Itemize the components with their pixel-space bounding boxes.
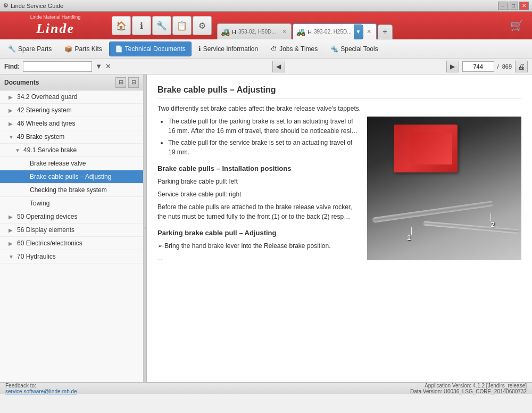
- sidebar-title: Documents: [4, 79, 39, 86]
- service-brake-label: 49.1 Service brake: [23, 146, 77, 154]
- next-page-button[interactable]: ▶: [446, 61, 459, 72]
- document-image: 1 2: [367, 117, 521, 260]
- towing-label: Towing: [30, 200, 49, 207]
- tree-item-electrics[interactable]: ▶ 60 Electrics/electronics: [0, 237, 143, 250]
- service-info-label: Service Information: [203, 45, 258, 53]
- close-button[interactable]: ✕: [519, 2, 529, 10]
- image-label-2: 2: [491, 220, 495, 228]
- special-tools-label: Special Tools: [340, 45, 378, 53]
- sidebar-collapse-icon[interactable]: ⊟: [128, 77, 139, 88]
- title-bar: ⚙ Linde Service Guide – □ ✕: [0, 0, 532, 12]
- print-button[interactable]: 🖨: [515, 61, 528, 72]
- sidebar-expand-icon[interactable]: ⊞: [115, 77, 126, 88]
- prev-page-button[interactable]: ◀: [272, 61, 285, 72]
- clear-filter-icon[interactable]: ✕: [105, 62, 111, 70]
- electrics-label: 60 Electrics/electronics: [17, 239, 82, 247]
- checking-arrow: [21, 187, 28, 193]
- docs-nav-button[interactable]: 📋: [172, 16, 192, 35]
- service-brake-arrow: ▼: [15, 147, 21, 153]
- operating-arrow: ▶: [9, 214, 15, 220]
- tab-1-details: 353-02, H50D...: [238, 29, 276, 35]
- logo-area: Linde Material Handling Linde: [2, 12, 109, 39]
- steering-arrow: ▶: [9, 108, 15, 113]
- tree-item-brake[interactable]: ▼ 49 Brake system: [0, 130, 143, 144]
- tab-2-model: H: [307, 29, 312, 35]
- feedback-label: Feedback to:: [5, 383, 77, 389]
- sidebar: Documents ⊞ ⊟ ▶ 34.2 Overhead guard ▶ 42…: [0, 75, 144, 382]
- display-label: 56 Display elements: [17, 226, 74, 234]
- tab-1[interactable]: 🚜 H 353-02, H50D... ✕: [217, 23, 292, 39]
- cable-pulls-label: Brake cable pulls – Adjusting: [30, 173, 111, 180]
- app-icon: ⚙: [3, 2, 9, 9]
- release-valve-label: Brake release valve: [30, 160, 86, 167]
- spare-parts-button[interactable]: 🔧 Spare Parts: [2, 42, 57, 56]
- brake-arrow: ▼: [9, 134, 15, 140]
- sidebar-tree: ▶ 34.2 Overhead guard ▶ 42 Steering syst…: [0, 90, 143, 382]
- special-tools-button[interactable]: 🔩 Special Tools: [325, 42, 384, 56]
- parts-kits-button[interactable]: 📦 Parts Kits: [59, 42, 107, 56]
- tree-item-overhead[interactable]: ▶ 34.2 Overhead guard: [0, 90, 143, 104]
- data-version-text: Data Version: U0036_LSG_CORE_20140600732: [410, 389, 527, 394]
- overhead-label: 34.2 Overhead guard: [17, 93, 77, 101]
- release-valve-arrow: [21, 161, 28, 167]
- tab-dropdown[interactable]: ▼: [354, 24, 363, 39]
- tree-item-checking[interactable]: Checking the brake system: [0, 184, 143, 197]
- maximize-button[interactable]: □: [509, 2, 518, 10]
- find-label: Find:: [4, 63, 20, 70]
- technical-docs-button[interactable]: 📄 Technical Documents: [109, 42, 192, 56]
- tools-nav-button[interactable]: 🔧: [152, 16, 171, 35]
- tree-item-display[interactable]: ▶ 56 Display elements: [0, 224, 143, 237]
- cable-pulls-arrow: [21, 174, 28, 180]
- version-section: Application Version: 4.1.2 [Jendirs_rele…: [410, 383, 527, 394]
- hydraulics-label: 70 Hydraulics: [17, 253, 56, 260]
- info-nav-button[interactable]: ℹ: [132, 16, 151, 35]
- main-nav: 🔧 Spare Parts 📦 Parts Kits 📄 Technical D…: [0, 39, 532, 59]
- find-bar: Find: ▼ ✕ ◀ ▶ / 869 🖨: [0, 59, 532, 75]
- document-title: Brake cable pulls – Adjusting: [157, 85, 521, 98]
- tab-1-icon: 🚜: [221, 28, 230, 36]
- tree-item-hydraulics[interactable]: ▼ 70 Hydraulics: [0, 250, 143, 263]
- app-version-value: 4.1.2 [Jendirs_release]: [473, 383, 527, 389]
- tree-item-release-valve[interactable]: Brake release valve: [0, 157, 143, 170]
- tree-item-service-brake[interactable]: ▼ 49.1 Service brake: [0, 144, 143, 157]
- browser-toolbar: Linde Material Handling Linde 🏠 ℹ 🔧 📋 ⚙ …: [0, 12, 532, 39]
- spare-parts-icon: 🔧: [8, 45, 16, 53]
- filter-icon[interactable]: ▼: [95, 62, 102, 70]
- tab-2[interactable]: 🚜 H 393-02, H25D... ▼ ✕: [293, 23, 377, 39]
- document-image-container: 1 2: [367, 117, 521, 260]
- page-total: 869: [502, 63, 512, 70]
- page-number-input[interactable]: [462, 61, 494, 72]
- linde-logo: Linde: [36, 21, 74, 37]
- tab-1-model: H: [232, 29, 236, 35]
- nav-buttons: 🏠 ℹ 🔧 📋 ⚙: [112, 16, 212, 35]
- app-title: Linde Service Guide: [11, 3, 63, 9]
- add-tab-button[interactable]: +: [378, 24, 393, 39]
- tree-item-towing[interactable]: Towing: [0, 197, 143, 210]
- cart-icon[interactable]: 🛒: [508, 17, 526, 34]
- tree-item-cable-pulls[interactable]: Brake cable pulls – Adjusting: [0, 170, 143, 184]
- technical-docs-icon: 📄: [115, 45, 123, 53]
- tree-item-wheels[interactable]: ▶ 46 Wheels and tyres: [0, 117, 143, 130]
- tab-2-icon: 🚜: [296, 28, 305, 36]
- minimize-button[interactable]: –: [498, 2, 508, 10]
- find-input[interactable]: [23, 61, 92, 72]
- data-version-label: Data Version:: [410, 389, 442, 394]
- home-nav-button[interactable]: 🏠: [112, 16, 131, 35]
- special-tools-icon: 🔩: [330, 45, 338, 53]
- jobs-times-icon: ⏱: [271, 45, 277, 53]
- image-label-1: 1: [407, 234, 411, 242]
- app-version-text: Application Version: 4.1.2 [Jendirs_rele…: [410, 383, 527, 389]
- steering-label: 42 Steering system: [17, 106, 72, 114]
- content-area: Documents ⊞ ⊟ ▶ 34.2 Overhead guard ▶ 42…: [0, 75, 532, 382]
- feedback-email[interactable]: service.software@linde-mh.de: [5, 389, 77, 394]
- document-area: Brake cable pulls – Adjusting Two differ…: [147, 75, 532, 382]
- settings-nav-button[interactable]: ⚙: [193, 16, 212, 35]
- tree-item-steering[interactable]: ▶ 42 Steering system: [0, 104, 143, 117]
- jobs-times-button[interactable]: ⏱ Jobs & Times: [265, 42, 323, 56]
- tab-1-close[interactable]: ✕: [280, 28, 288, 36]
- parts-kits-label: Parts Kits: [74, 45, 102, 53]
- tree-item-operating[interactable]: ▶ 50 Operating devices: [0, 210, 143, 224]
- feedback-section: Feedback to: service.software@linde-mh.d…: [5, 383, 77, 394]
- tab-2-close[interactable]: ✕: [365, 28, 373, 36]
- service-info-button[interactable]: ℹ Service Information: [193, 42, 264, 56]
